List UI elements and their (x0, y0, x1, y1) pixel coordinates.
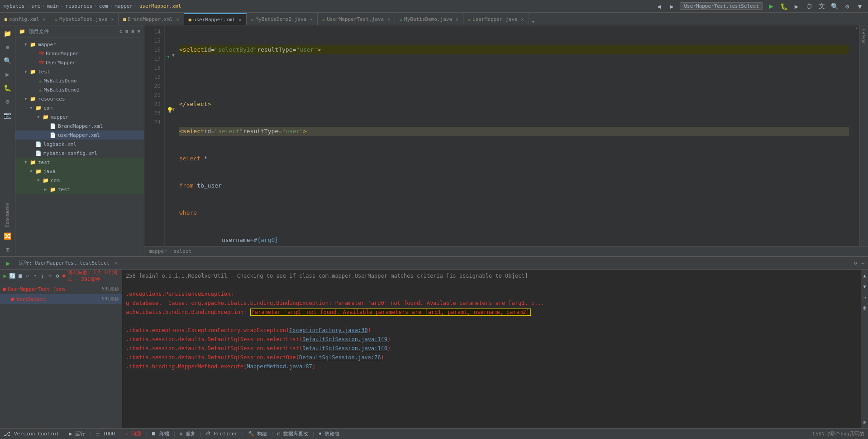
fold-marker[interactable]: ▼ (172, 53, 175, 58)
tab-config-xml[interactable]: ■ config.xml ✕ (0, 13, 50, 25)
filter-btn[interactable]: ⚙ (860, 417, 868, 427)
tab-mybatisdemo[interactable]: ☕ MyBatisDemo.java ✕ (395, 13, 463, 25)
sidebar-item-mapper2[interactable]: ▼ 📁 mapper (15, 112, 144, 121)
sidebar-item-logback[interactable]: 📄 logback.xml (15, 140, 144, 149)
translate-button[interactable]: 文 (817, 2, 826, 11)
terminal-label[interactable]: ⏹ 终端 (151, 430, 169, 437)
git-icon[interactable]: 🔀 (1, 230, 14, 242)
rerun-button[interactable]: 🔄 (9, 271, 16, 281)
close-icon[interactable]: ✕ (43, 17, 45, 22)
run-icon[interactable]: ▶ (1, 68, 14, 81)
code-view[interactable]: 14 15 16 17 18 19 20 21 22 23 24 → (144, 25, 859, 246)
panel-gear-button[interactable]: ⚙ (854, 260, 857, 266)
fold-marker2[interactable]: ▼ (172, 107, 175, 112)
sidebar-options[interactable]: ⚙ ≡ ≡ ▼ (119, 29, 140, 34)
prev-fail-button[interactable]: ↑ (32, 271, 38, 281)
tab-mybatisdemo2[interactable]: ☕ MyBatisDemo2.java ✕ (247, 13, 318, 25)
close-icon[interactable]: ✕ (176, 17, 179, 22)
sidebar-item-usermapper-xml[interactable]: 📄 userMapper.xml (15, 130, 144, 140)
sidebar-item-java[interactable]: ▼ 📁 java (15, 167, 144, 176)
close-icon[interactable]: ✕ (238, 17, 241, 22)
close-icon[interactable]: ✕ (387, 17, 390, 22)
test-node-usermappertest[interactable]: ● UserMapperTest (com 591毫秒 (0, 284, 122, 294)
panel-close-x[interactable]: ✕ (114, 260, 117, 266)
sidebar-item-mapper[interactable]: ▼ 📁 mapper (15, 40, 144, 49)
more-button[interactable]: ▼ (855, 2, 864, 11)
scroll-up-button[interactable]: ▲ (860, 270, 868, 280)
sidebar-item-com2[interactable]: ▼ 📁 com (15, 176, 144, 185)
sidebar-header: 📁 项目文件 ⚙ ≡ ≡ ▼ (15, 25, 144, 38)
maven-icon[interactable]: Maven (860, 27, 867, 44)
dependencies-label[interactable]: ♦ 依赖包 (319, 430, 339, 437)
run-tests-button[interactable]: ▶ (2, 271, 8, 281)
stop-button[interactable]: ⏹ (17, 271, 23, 281)
sidebar-item-mybatis-config[interactable]: 📄 mybatis-config.xml (15, 149, 144, 158)
sort-button[interactable]: ≡ (47, 271, 53, 281)
run-config-selector[interactable]: UserMapperTest.testSelect (680, 2, 763, 10)
code-editor[interactable]: <select id="selectById" resultType="user… (176, 25, 853, 246)
tab-mybatistest[interactable]: ☕ MybatisTest.java ✕ (50, 13, 119, 25)
sidebar-item-test[interactable]: ▼ 📁 test (15, 67, 144, 76)
sidebar-item-mybatisdemo2[interactable]: ☕ MyBatisDemo2 (15, 85, 144, 94)
close-icon[interactable]: ✕ (456, 17, 458, 22)
next-fail-button[interactable]: ↓ (39, 271, 46, 281)
tab-usermapper-xml[interactable]: ■ userMapper.xml ✕ (184, 13, 247, 25)
link-1[interactable]: ExceptionFactory.java:30 (289, 327, 367, 333)
sidebar-item-resources[interactable]: ▼ 📁 resources (15, 94, 144, 103)
git-branch-icon[interactable]: ⎇ (4, 430, 10, 437)
search-button[interactable]: 🔍 (830, 2, 839, 11)
sidebar-item-test3[interactable]: ▶ 📁 test (15, 185, 144, 194)
build-label[interactable]: 🔨 构建 (248, 430, 267, 437)
test-node-testselect[interactable]: ● testSelect 591毫秒 (0, 294, 122, 304)
sidebar-item-com[interactable]: ▼ 📁 com (15, 103, 144, 112)
todo-label[interactable]: ☰ TODO (95, 431, 115, 437)
run-label: 运行: (19, 260, 32, 266)
rerun-failed-button[interactable]: ↩ (24, 271, 31, 281)
close-icon[interactable]: ✕ (310, 17, 313, 22)
tab-usermappertest[interactable]: ☕ UserMapperTest.java ✕ (318, 13, 395, 25)
editor-area: 14 15 16 17 18 19 20 21 22 23 24 → (144, 25, 868, 256)
link-4[interactable]: DefaultSqlSession.java:76 (299, 354, 381, 361)
filter-button[interactable]: ⚙ (54, 271, 61, 281)
back-button[interactable]: ◀ (654, 2, 663, 11)
wrap-button[interactable]: ↔ (860, 292, 868, 302)
sidebar-title: 项目文件 (29, 28, 49, 35)
tab-usermapper-java[interactable]: ☕ UserMapper.java ✕ (463, 13, 529, 25)
coverage-button[interactable]: ▶ (792, 2, 801, 11)
settings-button[interactable]: ⚙ (843, 2, 852, 11)
forward-button[interactable]: ▶ (667, 2, 676, 11)
sidebar-item-brandmapper[interactable]: 🗺 BrandMapper (15, 49, 144, 58)
profiler-label[interactable]: ⏱ Profiler (206, 431, 238, 437)
sidebar-item-test2[interactable]: ▼ 📁 test (15, 158, 144, 167)
sidebar-item-brandmapper-xml[interactable]: 📄 BrandMapper.xml (15, 121, 144, 130)
camera-icon[interactable]: 📷 (1, 109, 14, 121)
sidebar-item-mybatisdemo[interactable]: ☕ MyBatisDemo (15, 76, 144, 85)
link-2[interactable]: DefaultSqlSession.java:149 (302, 336, 387, 343)
problems-label[interactable]: ⚠ 问题 (125, 430, 141, 437)
services-label[interactable]: ⚙ 服务 (180, 430, 196, 437)
profile-button[interactable]: ⏱ (805, 2, 814, 11)
clear-button[interactable]: 🗑 (860, 303, 868, 313)
settings-side-icon[interactable]: ⚙ (1, 95, 14, 108)
sidebar-item-usermapper[interactable]: 🗺 UserMapper (15, 58, 144, 67)
terminal-icon[interactable]: ⊞ (1, 243, 14, 256)
debug-side-icon[interactable]: 🐛 (1, 82, 14, 94)
link-5[interactable]: MapperMethod.java:87 (247, 363, 312, 370)
scroll-down-button[interactable]: ▼ (860, 281, 868, 291)
debug-button[interactable]: 🐛 (779, 2, 788, 11)
panel-run-button[interactable]: ▶ (4, 259, 13, 268)
project-icon[interactable]: 📁 (1, 27, 14, 40)
tab-overflow[interactable]: ▾ (529, 19, 538, 25)
find-icon[interactable]: 🔍 (1, 54, 14, 67)
close-icon[interactable]: ✕ (111, 17, 114, 22)
panel-minimize-button[interactable]: — (861, 260, 864, 266)
close-icon[interactable]: ✕ (521, 17, 524, 22)
db-changes-label[interactable]: ⊞ 数据库更改 (277, 430, 308, 437)
version-control-label[interactable]: Version Control (14, 431, 59, 437)
run-button[interactable]: ▶ (767, 2, 776, 11)
bookmarks-icon[interactable]: Bookmarks (4, 201, 11, 229)
tab-brandmapper[interactable]: ■ BrandMapper.xml ✕ (119, 13, 184, 25)
structure-icon[interactable]: ≡ (1, 41, 14, 53)
run-status-label[interactable]: ▶ 运行 (69, 430, 85, 437)
link-3[interactable]: DefaultSqlSession.java:140 (302, 345, 387, 352)
